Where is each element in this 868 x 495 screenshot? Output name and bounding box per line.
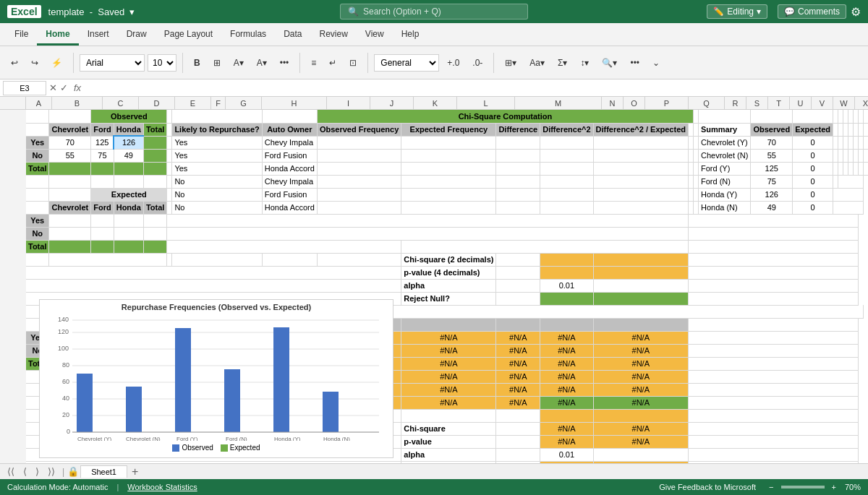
cell-A10-no[interactable]: No [26, 227, 49, 240]
cell-L13[interactable] [540, 266, 593, 279]
cell-H5-honda[interactable]: Honda Accord [262, 162, 317, 175]
cell-N2[interactable] [688, 123, 693, 136]
col-header-A[interactable]: A [26, 97, 52, 109]
cell-Q3[interactable]: 70 [751, 136, 793, 149]
cell-A2[interactable] [26, 123, 49, 136]
cell-W4[interactable] [854, 149, 859, 162]
cell-N4[interactable] [688, 149, 693, 162]
cell-O7[interactable] [693, 188, 698, 201]
settings-icon[interactable]: ⚙ [851, 5, 861, 19]
cell-R7[interactable]: 0 [793, 188, 833, 201]
cell-M13[interactable] [593, 266, 688, 279]
num-format-dec[interactable]: .0- [467, 55, 488, 71]
cell-D2[interactable]: Honda [114, 123, 143, 136]
cell-I7[interactable] [317, 188, 401, 201]
cell-G4[interactable]: Yes [172, 149, 262, 162]
cell-J15-reject[interactable]: Reject Null? [401, 292, 496, 305]
cell-K22[interactable]: #N/A [496, 383, 540, 396]
cell-J7[interactable] [401, 188, 496, 201]
col-header-L[interactable]: L [457, 97, 515, 109]
cell-L24[interactable] [540, 409, 593, 422]
cell-S2[interactable] [833, 123, 838, 136]
cell-N26[interactable] [688, 435, 858, 448]
cell-W1[interactable] [859, 110, 864, 123]
nav-first-sheet[interactable]: ⟨⟨ [3, 465, 19, 478]
cell-L22[interactable]: #N/A [540, 383, 593, 396]
cell-M26[interactable]: #N/A [593, 435, 688, 448]
cell-K14[interactable] [496, 279, 540, 292]
cell-C10[interactable] [91, 227, 114, 240]
cell-M4[interactable] [593, 149, 688, 162]
merge-button[interactable]: ⊡ [344, 55, 362, 71]
cell-T6[interactable] [838, 175, 864, 188]
font-size-select[interactable]: 10 [148, 54, 176, 72]
cell-K26[interactable] [496, 435, 540, 448]
cell-E11[interactable] [143, 240, 166, 253]
cell-U4[interactable] [843, 149, 848, 162]
num-format-inc[interactable]: +.0 [442, 55, 464, 71]
cell-U5[interactable] [843, 162, 848, 175]
tab-page-layout[interactable]: Page Layout [156, 24, 221, 46]
cell-H3-chevy[interactable]: Chevy Impala [262, 136, 317, 149]
cell-L5[interactable] [540, 162, 593, 175]
cell-L6[interactable] [540, 175, 593, 188]
cell-D3[interactable]: 126 [114, 136, 143, 149]
cell-I8[interactable] [317, 201, 401, 214]
cell-F7[interactable] [167, 188, 172, 201]
cell-N25[interactable] [688, 422, 858, 435]
cell-J20[interactable]: #N/A [401, 357, 496, 370]
cell-S5[interactable] [833, 162, 838, 175]
nav-prev-sheet[interactable]: ⟨ [19, 465, 31, 478]
cell-G6[interactable]: No [172, 175, 262, 188]
cell-Q2-observed[interactable]: Observed [751, 123, 793, 136]
cell-A7[interactable] [26, 188, 49, 201]
cell-D10[interactable] [114, 227, 143, 240]
cell-V3[interactable] [848, 136, 854, 149]
cell-Q7[interactable]: 126 [751, 188, 793, 201]
cell-V1[interactable] [854, 110, 859, 123]
col-header-N[interactable]: N [602, 97, 624, 109]
cell-F11[interactable] [167, 240, 401, 253]
cell-X2[interactable] [859, 123, 864, 136]
cell-A11-total[interactable]: Total [26, 240, 49, 253]
find-button[interactable]: 🔍▾ [597, 55, 622, 71]
cell-G3[interactable]: Yes [172, 136, 262, 149]
cell-I4[interactable] [317, 149, 401, 162]
cell-K20[interactable]: #N/A [496, 357, 540, 370]
confirm-icon[interactable]: ✓ [60, 82, 68, 93]
col-header-I[interactable]: I [327, 97, 370, 109]
cell-D4[interactable]: 49 [114, 149, 143, 162]
cell-J14-alpha[interactable]: alpha [401, 279, 496, 292]
cell-M20[interactable]: #N/A [593, 357, 688, 370]
col-header-W[interactable]: W [833, 97, 855, 109]
cell-L26[interactable]: #N/A [540, 435, 593, 448]
cell-T5[interactable] [838, 162, 843, 175]
cell-O5[interactable] [693, 162, 698, 175]
cell-E9[interactable] [143, 214, 166, 227]
nav-next-sheet[interactable]: ⟩ [31, 465, 43, 478]
cell-K27[interactable] [496, 448, 540, 461]
cell-C5[interactable] [91, 162, 114, 175]
cell-O8[interactable] [693, 201, 698, 214]
cell-J12-chisq[interactable]: Chi-square (2 decimals) [401, 253, 496, 266]
col-header-E[interactable]: E [175, 97, 211, 109]
col-header-U[interactable]: U [790, 97, 812, 109]
cell-R4[interactable]: 0 [793, 149, 833, 162]
cell-K12[interactable] [496, 253, 540, 266]
cell-R1[interactable] [833, 110, 838, 123]
cell-K21[interactable]: #N/A [496, 370, 540, 383]
borders-button[interactable]: ⊞ [208, 55, 226, 71]
cell-B11[interactable] [49, 240, 91, 253]
tab-insert[interactable]: Insert [79, 24, 118, 46]
cell-L8[interactable] [540, 201, 593, 214]
col-header-F[interactable]: F [211, 97, 226, 109]
cell-P4-chevN[interactable]: Chevrolet (N) [698, 149, 750, 162]
table-button[interactable]: ⊞▾ [500, 55, 522, 71]
expand-btn[interactable]: ⌄ [647, 55, 665, 71]
cell-N22[interactable] [688, 383, 858, 396]
cell-N19[interactable] [688, 344, 858, 357]
cell-C9[interactable] [91, 214, 114, 227]
cell-M19[interactable]: #N/A [593, 344, 688, 357]
cell-B10[interactable] [49, 227, 91, 240]
cell-C4[interactable]: 75 [91, 149, 114, 162]
